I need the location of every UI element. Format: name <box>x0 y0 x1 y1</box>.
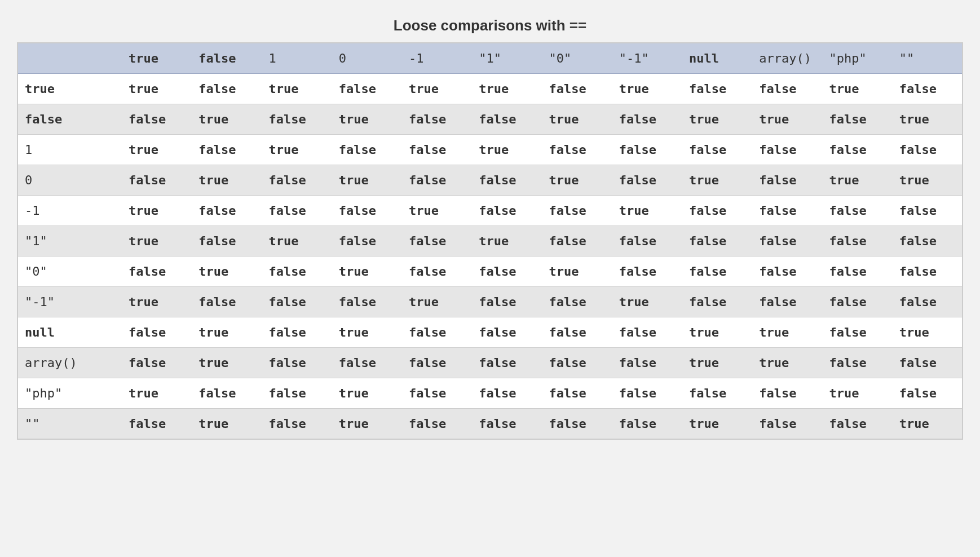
table-cell: false <box>612 378 682 409</box>
table-cell: true <box>332 409 402 440</box>
column-header: "1" <box>472 43 542 74</box>
column-header: "-1" <box>612 43 682 74</box>
row-header: 1 <box>17 135 122 165</box>
table-row: "php"truefalsefalsetruefalsefalsefalsefa… <box>17 378 963 409</box>
table-cell: false <box>682 196 752 226</box>
table-cell: false <box>472 378 542 409</box>
table-cell: true <box>682 409 752 440</box>
column-header: "0" <box>542 43 612 74</box>
table-cell: true <box>332 165 402 196</box>
column-header: array() <box>752 43 822 74</box>
page: Loose comparisons with == truefalse10-1"… <box>0 0 980 557</box>
table-row: "0"falsetruefalsetruefalsefalsetruefalse… <box>17 257 963 287</box>
table-cell: false <box>332 348 402 378</box>
row-header-label: array() <box>25 356 77 370</box>
table-cell: true <box>472 135 542 165</box>
table-cell: false <box>823 104 893 135</box>
column-header-label: null <box>689 51 719 65</box>
table-cell: false <box>262 287 332 317</box>
table-cell: false <box>612 409 682 440</box>
table-cell: true <box>122 196 192 226</box>
table-cell: false <box>823 287 893 317</box>
column-header: 0 <box>332 43 402 74</box>
column-header: "php" <box>823 43 893 74</box>
column-header: null <box>682 43 752 74</box>
column-header: "" <box>893 43 963 74</box>
table-cell: false <box>542 317 612 348</box>
table-cell: false <box>612 165 682 196</box>
table-cell: true <box>893 104 963 135</box>
row-header-label: null <box>25 325 55 339</box>
table-cell: false <box>893 378 963 409</box>
table-cell: true <box>192 409 262 440</box>
table-cell: false <box>262 257 332 287</box>
table-cell: false <box>682 257 752 287</box>
table-cell: false <box>542 135 612 165</box>
table-cell: true <box>122 226 192 257</box>
table-row: "-1"truefalsefalsefalsetruefalsefalsetru… <box>17 287 963 317</box>
table-cell: false <box>402 378 472 409</box>
table-cell: false <box>752 378 822 409</box>
column-header: -1 <box>402 43 472 74</box>
table-cell: false <box>262 196 332 226</box>
table-cell: false <box>472 287 542 317</box>
table-cell: false <box>612 226 682 257</box>
table-cell: true <box>122 287 192 317</box>
table-cell: true <box>893 317 963 348</box>
table-cell: false <box>402 104 472 135</box>
table-cell: true <box>542 165 612 196</box>
table-row: 0falsetruefalsetruefalsefalsetruefalsetr… <box>17 165 963 196</box>
table-cell: false <box>262 165 332 196</box>
table-cell: true <box>192 317 262 348</box>
table-row: nullfalsetruefalsetruefalsefalsefalsefal… <box>17 317 963 348</box>
column-header-label: false <box>198 51 236 65</box>
row-header: -1 <box>17 196 122 226</box>
table-row: truetruefalsetruefalsetruetruefalsetruef… <box>17 74 963 104</box>
table-cell: false <box>262 348 332 378</box>
table-cell: true <box>122 135 192 165</box>
table-cell: false <box>472 104 542 135</box>
table-cell: false <box>192 287 262 317</box>
table-cell: false <box>472 257 542 287</box>
table-cell: false <box>402 409 472 440</box>
table-cell: false <box>122 409 192 440</box>
table-cell: false <box>823 196 893 226</box>
row-header-label: 1 <box>25 143 32 157</box>
table-cell: false <box>472 165 542 196</box>
table-cell: true <box>612 74 682 104</box>
header-row: truefalse10-1"1""0""-1"nullarray()"php""… <box>17 43 963 74</box>
table-cell: true <box>402 74 472 104</box>
table-row: 1truefalsetruefalsefalsetruefalsefalsefa… <box>17 135 963 165</box>
table-cell: true <box>262 135 332 165</box>
row-header-label: "1" <box>25 234 47 248</box>
table-cell: false <box>332 287 402 317</box>
table-cell: false <box>612 257 682 287</box>
table-cell: false <box>542 226 612 257</box>
table-row: "1"truefalsetruefalsefalsetruefalsefalse… <box>17 226 963 257</box>
column-header: false <box>192 43 262 74</box>
column-header-label: -1 <box>409 51 424 65</box>
row-header: "0" <box>17 257 122 287</box>
table-cell: false <box>402 257 472 287</box>
table-cell: false <box>262 104 332 135</box>
table-cell: true <box>612 196 682 226</box>
table-cell: true <box>823 378 893 409</box>
table-cell: true <box>823 74 893 104</box>
table-cell: false <box>752 135 822 165</box>
table-cell: false <box>823 409 893 440</box>
table-cell: false <box>122 257 192 287</box>
table-cell: false <box>192 226 262 257</box>
row-header: "-1" <box>17 287 122 317</box>
table-cell: false <box>472 317 542 348</box>
table-cell: false <box>823 348 893 378</box>
table-cell: false <box>612 317 682 348</box>
column-header-label: 0 <box>339 51 346 65</box>
table-cell: false <box>192 135 262 165</box>
table-cell: false <box>893 135 963 165</box>
table-cell: true <box>262 74 332 104</box>
column-header-label: "php" <box>829 51 867 65</box>
table-cell: true <box>893 409 963 440</box>
table-cell: false <box>612 348 682 378</box>
row-header: array() <box>17 348 122 378</box>
row-header: "php" <box>17 378 122 409</box>
